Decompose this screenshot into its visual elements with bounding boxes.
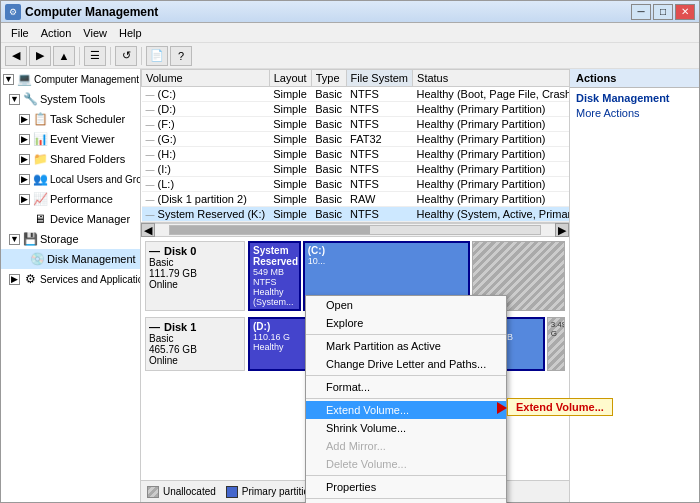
cell-filesystem: RAW <box>346 192 412 207</box>
disk0-sys-reserved[interactable]: System Reserved 549 MB NTFS Healthy (Sys… <box>248 241 301 311</box>
table-row[interactable]: — (L:) Simple Basic NTFS Healthy (Primar… <box>142 177 570 192</box>
up-button[interactable]: ▲ <box>53 46 75 66</box>
expand-services-icon[interactable]: ▶ <box>9 274 20 285</box>
disk1-name: —Disk 1 <box>149 321 241 333</box>
legend-unallocated-label: Unallocated <box>163 486 216 497</box>
cell-type: Basic <box>311 117 346 132</box>
context-menu-item-format[interactable]: Format... <box>306 378 506 396</box>
sidebar-item-local-users[interactable]: ▶ 👥 Local Users and Groups <box>1 169 140 189</box>
table-row[interactable]: — (I:) Simple Basic NTFS Healthy (Primar… <box>142 162 570 177</box>
cell-volume: — (Disk 1 partition 2) <box>142 192 270 207</box>
cell-type: Basic <box>311 162 346 177</box>
table-row[interactable]: — (F:) Simple Basic NTFS Healthy (Primar… <box>142 117 570 132</box>
menu-file[interactable]: File <box>5 25 35 41</box>
col-filesystem[interactable]: File System <box>346 70 412 87</box>
toolbar-separator-2 <box>110 47 111 65</box>
tools-icon: 🔧 <box>22 91 38 107</box>
scroll-right-button[interactable]: ▶ <box>555 223 569 237</box>
cell-layout: Simple <box>269 192 311 207</box>
cell-volume: — (D:) <box>142 102 270 117</box>
sidebar-item-storage[interactable]: ▼ 💾 Storage <box>1 229 140 249</box>
sidebar-label-root: Computer Management (Local <box>34 74 140 85</box>
cell-type: Basic <box>311 102 346 117</box>
sidebar-item-services-apps[interactable]: ▶ ⚙ Services and Applications <box>1 269 140 289</box>
table-row[interactable]: — (D:) Simple Basic NTFS Healthy (Primar… <box>142 102 570 117</box>
col-layout[interactable]: Layout <box>269 70 311 87</box>
refresh-button[interactable]: ↺ <box>115 46 137 66</box>
sidebar: ▼ 💻 Computer Management (Local ▼ 🔧 Syste… <box>1 69 141 502</box>
more-actions-link[interactable]: More Actions <box>576 106 693 120</box>
table-row[interactable]: — (G:) Simple Basic FAT32 Healthy (Prima… <box>142 132 570 147</box>
sidebar-item-task-scheduler[interactable]: ▶ 📋 Task Scheduler <box>1 109 140 129</box>
cell-type: Basic <box>311 147 346 162</box>
sidebar-item-root[interactable]: ▼ 💻 Computer Management (Local <box>1 69 140 89</box>
context-menu-item-shrink-volume[interactable]: Shrink Volume... <box>306 419 506 437</box>
disk0-name: —Disk 0 <box>149 245 241 257</box>
minimize-button[interactable]: ─ <box>631 4 651 20</box>
cell-layout: Simple <box>269 87 311 102</box>
sidebar-label-local-users: Local Users and Groups <box>50 174 140 185</box>
sidebar-item-device-manager[interactable]: 🖥 Device Manager <box>1 209 140 229</box>
cell-status: Healthy (Primary Partition) <box>413 147 569 162</box>
expand-perf-icon[interactable]: ▶ <box>19 194 30 205</box>
help-button[interactable]: ? <box>170 46 192 66</box>
sidebar-item-shared-folders[interactable]: ▶ 📁 Shared Folders <box>1 149 140 169</box>
disk1-status: Online <box>149 355 241 366</box>
menu-action[interactable]: Action <box>35 25 78 41</box>
cell-volume: — (L:) <box>142 177 270 192</box>
table-row[interactable]: — (Disk 1 partition 2) Simple Basic RAW … <box>142 192 570 207</box>
disk1-type: Basic <box>149 333 241 344</box>
perf-icon: 📈 <box>32 191 48 207</box>
context-menu-item-properties[interactable]: Properties <box>306 478 506 496</box>
menu-help[interactable]: Help <box>113 25 148 41</box>
cell-status: Healthy (Boot, Page File, Crash Dump, Pr… <box>413 87 569 102</box>
context-menu-item-open[interactable]: Open <box>306 296 506 314</box>
export-button[interactable]: 📄 <box>146 46 168 66</box>
sidebar-item-system-tools[interactable]: ▼ 🔧 System Tools <box>1 89 140 109</box>
col-volume[interactable]: Volume <box>142 70 270 87</box>
horizontal-scrollbar[interactable]: ◀ ▶ <box>141 223 569 237</box>
table-row[interactable]: — (H:) Simple Basic NTFS Healthy (Primar… <box>142 147 570 162</box>
context-menu-item-extend-volume[interactable]: Extend Volume... <box>306 401 506 419</box>
col-type[interactable]: Type <box>311 70 346 87</box>
expand-root-icon[interactable]: ▼ <box>3 74 14 85</box>
expand-task-icon[interactable]: ▶ <box>19 114 30 125</box>
scroll-left-button[interactable]: ◀ <box>141 223 155 237</box>
toolbar-separator-1 <box>79 47 80 65</box>
menu-view[interactable]: View <box>77 25 113 41</box>
cell-status: Healthy (Primary Partition) <box>413 162 569 177</box>
context-menu-item-mark-active[interactable]: Mark Partition as Active <box>306 337 506 355</box>
sidebar-item-event-viewer[interactable]: ▶ 📊 Event Viewer <box>1 129 140 149</box>
volume-table: Volume Layout Type File System Status — … <box>141 69 569 222</box>
col-status[interactable]: Status <box>413 70 569 87</box>
expand-storage-icon[interactable]: ▼ <box>9 234 20 245</box>
actions-section-disk-mgmt: Disk Management More Actions <box>570 88 699 124</box>
expand-users-icon[interactable]: ▶ <box>19 174 30 185</box>
cell-layout: Simple <box>269 162 311 177</box>
context-menu-item-explore[interactable]: Explore <box>306 314 506 332</box>
disk0-size: 111.79 GB <box>149 268 241 279</box>
expand-shared-icon[interactable]: ▶ <box>19 154 30 165</box>
scroll-thumb[interactable] <box>170 226 370 234</box>
sidebar-item-performance[interactable]: ▶ 📈 Performance <box>1 189 140 209</box>
cell-status: Healthy (Primary Partition) <box>413 102 569 117</box>
expand-system-tools-icon[interactable]: ▼ <box>9 94 20 105</box>
show-hide-button[interactable]: ☰ <box>84 46 106 66</box>
back-button[interactable]: ◀ <box>5 46 27 66</box>
expand-event-icon[interactable]: ▶ <box>19 134 30 145</box>
sidebar-item-disk-management[interactable]: 💿 Disk Management <box>1 249 140 269</box>
sidebar-label-task-scheduler: Task Scheduler <box>50 113 125 125</box>
maximize-button[interactable]: □ <box>653 4 673 20</box>
forward-button[interactable]: ▶ <box>29 46 51 66</box>
context-menu-separator <box>306 334 506 335</box>
cell-status: Healthy (Primary Partition) <box>413 117 569 132</box>
scroll-track[interactable] <box>169 225 541 235</box>
shared-icon: 📁 <box>32 151 48 167</box>
context-menu-item-change-letter[interactable]: Change Drive Letter and Paths... <box>306 355 506 373</box>
close-button[interactable]: ✕ <box>675 4 695 20</box>
table-row[interactable]: — System Reserved (K:) Simple Basic NTFS… <box>142 207 570 222</box>
extend-volume-tooltip: Extend Volume... <box>507 398 613 416</box>
sidebar-label-system-tools: System Tools <box>40 93 105 105</box>
disk1-unallocated[interactable]: 3.49 G <box>547 317 565 371</box>
table-row[interactable]: — (C:) Simple Basic NTFS Healthy (Boot, … <box>142 87 570 102</box>
